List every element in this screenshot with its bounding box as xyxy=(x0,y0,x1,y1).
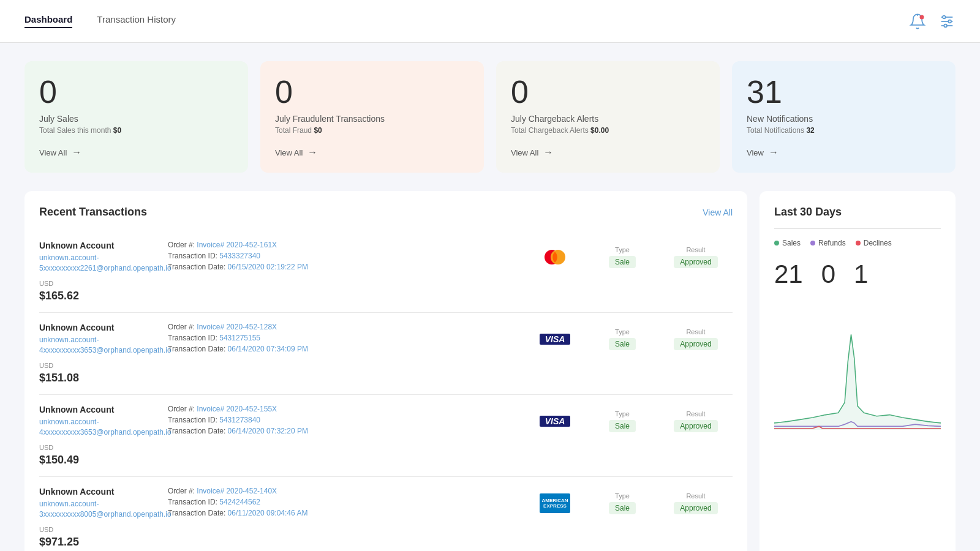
tx-details: Order #: Invoice# 2020-452-128X Transact… xyxy=(168,323,518,356)
type-column: Type Sale xyxy=(592,246,653,268)
type-column: Type Sale xyxy=(592,410,653,432)
sales-count: 21 xyxy=(774,260,803,289)
invoice-link[interactable]: Invoice# 2020-452-128X xyxy=(197,323,277,331)
result-badge: Approved xyxy=(674,420,717,432)
notifications-title: New Notifications xyxy=(747,114,941,124)
result-column: Result Approved xyxy=(659,246,733,268)
amount-value: $151.08 xyxy=(39,372,162,384)
legend-refunds: Refunds xyxy=(810,239,846,247)
arrow-icon: → xyxy=(769,147,778,158)
visa-logo: VISA xyxy=(540,416,570,427)
account-name: Unknown Account xyxy=(39,487,162,497)
legend-sales: Sales xyxy=(774,239,801,247)
july-chargeback-card: 0 July Chargeback Alerts Total Chargebac… xyxy=(496,61,720,173)
arrow-icon: → xyxy=(72,147,81,158)
line-chart xyxy=(774,307,941,430)
account-info: Unknown Account unknown.account-4xxxxxxx… xyxy=(39,405,162,438)
result-column: Result Approved xyxy=(659,328,733,350)
july-fraud-number: 0 xyxy=(275,76,469,108)
result-column: Result Approved xyxy=(659,410,733,432)
july-sales-title: July Sales xyxy=(39,114,233,124)
transaction-id-link[interactable]: 5424244562 xyxy=(219,498,260,506)
chart-area xyxy=(774,307,941,430)
table-row: Unknown Account unknown.account-4xxxxxxx… xyxy=(39,395,733,477)
result-badge: Approved xyxy=(674,256,717,268)
july-sales-card: 0 July Sales Total Sales this month $0 V… xyxy=(24,61,248,173)
transactions-view-all[interactable]: View All xyxy=(703,208,733,217)
amex-logo: AMERICANEXPRESS xyxy=(540,493,570,513)
july-sales-view-all[interactable]: View All → xyxy=(39,147,233,158)
transaction-date: 06/11/2020 09:04:46 AM xyxy=(228,509,308,517)
invoice-link[interactable]: Invoice# 2020-452-161X xyxy=(197,241,277,249)
app-header: Dashboard Transaction History xyxy=(0,0,980,43)
notifications-card: 31 New Notifications Total Notifications… xyxy=(732,61,956,173)
transactions-panel-title: Recent Transactions xyxy=(39,206,147,219)
table-row: Unknown Account unknown.account-5xxxxxxx… xyxy=(39,231,733,313)
svg-point-5 xyxy=(943,15,946,18)
account-info: Unknown Account unknown.account-3xxxxxxx… xyxy=(39,487,162,520)
visa-logo: VISA xyxy=(540,334,570,345)
svg-point-6 xyxy=(948,20,951,23)
filter-settings-icon[interactable] xyxy=(938,13,956,30)
declines-dot xyxy=(856,241,861,246)
analytics-panel: Last 30 Days Sales Refunds Declines xyxy=(760,191,956,551)
declines-stat: 1 xyxy=(854,260,868,289)
tx-details: Order #: Invoice# 2020-452-140X Transact… xyxy=(168,487,518,520)
invoice-link[interactable]: Invoice# 2020-452-155X xyxy=(197,405,277,413)
july-fraud-view-all[interactable]: View All → xyxy=(275,147,469,158)
chart-legend: Sales Refunds Declines xyxy=(774,239,941,247)
account-email[interactable]: unknown.account-4xxxxxxxxxx3653@orphand.… xyxy=(39,417,162,438)
svg-marker-10 xyxy=(774,334,941,430)
refunds-count: 0 xyxy=(821,260,835,289)
arrow-icon: → xyxy=(543,147,553,158)
invoice-link[interactable]: Invoice# 2020-452-140X xyxy=(197,487,277,495)
svg-point-7 xyxy=(944,24,947,27)
transaction-id-link[interactable]: 5431273840 xyxy=(219,416,260,424)
account-info: Unknown Account unknown.account-4xxxxxxx… xyxy=(39,323,162,356)
amount-value: $971.25 xyxy=(39,536,162,549)
legend-declines: Declines xyxy=(856,239,892,247)
tx-details: Order #: Invoice# 2020-452-161X Transact… xyxy=(168,241,518,274)
july-chargeback-subtitle: Total Chargeback Alerts $0.00 xyxy=(511,126,705,135)
account-name: Unknown Account xyxy=(39,405,162,414)
notifications-view[interactable]: View → xyxy=(747,147,941,158)
july-fraud-title: July Fraudulent Transactions xyxy=(275,114,469,124)
july-chargeback-view-all[interactable]: View All → xyxy=(511,147,705,158)
july-chargeback-number: 0 xyxy=(511,76,705,108)
bottom-section: Recent Transactions View All Unknown Acc… xyxy=(24,191,956,551)
account-email[interactable]: unknown.account-3xxxxxxxxxx8005@orphand.… xyxy=(39,499,162,520)
account-email[interactable]: unknown.account-4xxxxxxxxxx3653@orphand.… xyxy=(39,335,162,356)
analytics-title: Last 30 Days xyxy=(774,206,941,219)
card-logo-visa: VISA xyxy=(524,330,586,348)
table-row: Unknown Account unknown.account-4xxxxxxx… xyxy=(39,313,733,395)
svg-point-1 xyxy=(920,15,924,19)
transaction-id-link[interactable]: 5431275155 xyxy=(219,334,260,342)
account-info: Unknown Account unknown.account-5xxxxxxx… xyxy=(39,241,162,274)
main-content: 0 July Sales Total Sales this month $0 V… xyxy=(0,43,980,551)
analytics-stats: 21 0 1 xyxy=(774,260,941,289)
arrow-icon: → xyxy=(307,147,317,158)
type-column: Type Sale xyxy=(592,492,653,514)
account-name: Unknown Account xyxy=(39,241,162,250)
refunds-dot xyxy=(810,241,815,246)
amount-value: $150.49 xyxy=(39,454,162,467)
transaction-date: 06/15/2020 02:19:22 PM xyxy=(228,263,308,271)
card-logo-mastercard xyxy=(524,244,586,271)
july-fraud-card: 0 July Fraudulent Transactions Total Fra… xyxy=(260,61,484,173)
type-badge: Sale xyxy=(609,502,636,514)
summary-cards-grid: 0 July Sales Total Sales this month $0 V… xyxy=(24,61,956,173)
transaction-date: 06/14/2020 07:34:09 PM xyxy=(228,345,308,353)
declines-count: 1 xyxy=(854,260,868,289)
sales-stat: 21 xyxy=(774,260,803,289)
account-email[interactable]: unknown.account-5xxxxxxxxxx2261@orphand.… xyxy=(39,253,162,274)
transaction-id-link[interactable]: 5433327340 xyxy=(219,252,260,260)
july-fraud-subtitle: Total Fraud $0 xyxy=(275,126,469,135)
notification-bell-icon[interactable] xyxy=(909,13,926,30)
type-badge: Sale xyxy=(609,338,636,350)
amount-column: USD $150.49 xyxy=(39,444,162,467)
result-column: Result Approved xyxy=(659,492,733,514)
refunds-stat: 0 xyxy=(821,260,835,289)
nav-dashboard[interactable]: Dashboard xyxy=(24,14,72,28)
notifications-subtitle: Total Notifications 32 xyxy=(747,126,941,135)
nav-transaction-history[interactable]: Transaction History xyxy=(97,14,176,28)
